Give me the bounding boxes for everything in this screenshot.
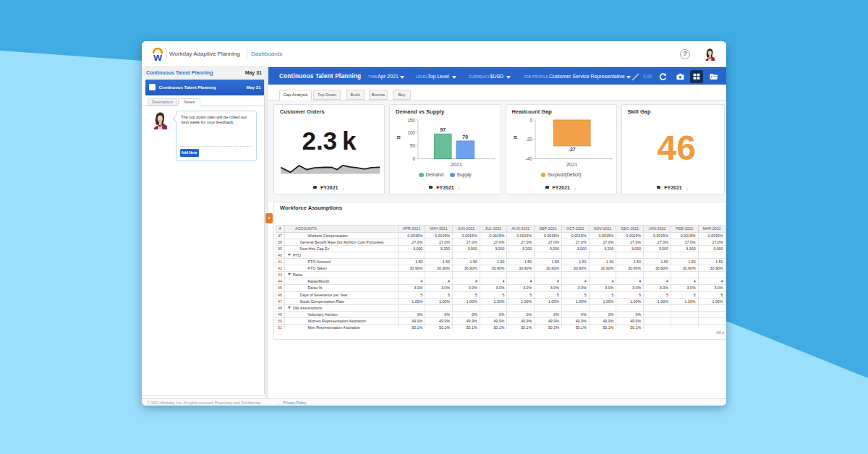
svg-text:-40: -40 (525, 156, 532, 161)
svg-text:0: 0 (529, 118, 532, 123)
svg-text:2021: 2021 (451, 162, 462, 167)
svg-text:w: w (153, 51, 162, 63)
svg-text:0: 0 (412, 156, 415, 161)
svg-text:-20: -20 (525, 137, 532, 142)
svg-text:100: 100 (407, 130, 415, 135)
svg-text:2021: 2021 (566, 162, 577, 167)
svg-text:97: 97 (440, 127, 446, 132)
svg-text:-27: -27 (568, 147, 575, 152)
svg-text:70: 70 (462, 134, 468, 140)
svg-text:50: 50 (410, 143, 416, 148)
svg-text:150: 150 (407, 118, 415, 123)
